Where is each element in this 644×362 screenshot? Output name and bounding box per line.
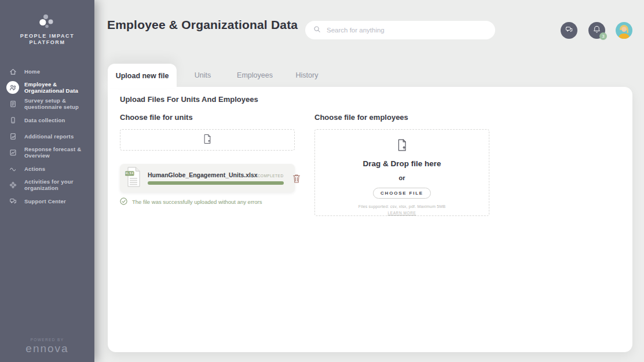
feedback-icon bbox=[565, 25, 573, 36]
activities-icon bbox=[6, 178, 19, 191]
search-input[interactable] bbox=[325, 26, 487, 34]
upload-icon bbox=[203, 134, 212, 147]
sidebar-item-label: Survey setup & questionnaire setup bbox=[24, 97, 94, 110]
sidebar-item-label: Activities for your organization bbox=[24, 178, 94, 191]
employees-dropzone[interactable]: Drag & Drop file here or CHOOSE FILE Fil… bbox=[314, 129, 489, 216]
support-icon bbox=[6, 195, 19, 207]
sidebar-item-label: Support Center bbox=[24, 198, 66, 204]
xlsx-file-icon: XLSX bbox=[125, 166, 142, 190]
choose-file-button[interactable]: CHOOSE FILE bbox=[373, 188, 431, 199]
forecast-icon bbox=[6, 146, 19, 159]
tab-list: Units Employees History bbox=[177, 64, 333, 87]
data-collection-icon bbox=[6, 114, 19, 126]
units-upload-column: Choose file for units XLSX HumanGlobe_En… bbox=[120, 113, 295, 206]
or-label: or bbox=[399, 174, 405, 181]
brand-logo: ennova bbox=[0, 342, 94, 355]
success-text: The file was successfully uploaded witho… bbox=[132, 199, 262, 205]
tab-history[interactable]: History bbox=[281, 71, 333, 79]
tab-upload-new-file[interactable]: Upload new file bbox=[108, 64, 177, 88]
actions-icon bbox=[6, 162, 19, 175]
learn-more-link[interactable]: LEARN MORE bbox=[388, 211, 416, 215]
search-icon bbox=[313, 25, 321, 35]
reports-icon bbox=[6, 130, 19, 142]
platform-logo: PEOPLE IMPACT PLATFORM bbox=[20, 14, 75, 46]
sidebar-item-label: Actions bbox=[24, 166, 45, 172]
sidebar-item-label: Employee & Organizational Data bbox=[24, 81, 94, 94]
page-title: Employee & Organizational Data bbox=[107, 18, 298, 32]
upload-success-message: The file was successfully uploaded witho… bbox=[120, 198, 295, 206]
sidebar-item-activities[interactable]: Activities for your organization bbox=[0, 177, 94, 193]
section-title: Upload Files For Units And Employees bbox=[120, 95, 258, 104]
employee-data-icon bbox=[6, 81, 19, 94]
upload-panel: Upload Files For Units And Employees Cho… bbox=[108, 87, 632, 352]
platform-name-line1: PEOPLE IMPACT bbox=[20, 33, 75, 39]
sidebar-item-support-center[interactable]: Support Center bbox=[0, 193, 94, 209]
units-dropzone[interactable] bbox=[120, 129, 295, 151]
employees-column-title: Choose file for employees bbox=[314, 113, 489, 122]
file-name: HumanGlobe_Engagement_Units.xlsx bbox=[148, 171, 258, 178]
file-status: COMPLETED bbox=[258, 174, 284, 178]
upload-progress-bar bbox=[148, 181, 284, 185]
sidebar-nav: Home Employee & Organizational Data Surv… bbox=[0, 63, 94, 209]
delete-file-button[interactable] bbox=[292, 173, 301, 184]
sidebar-item-data-collection[interactable]: Data collection bbox=[0, 112, 94, 128]
sidebar-item-label: Home bbox=[24, 68, 40, 75]
check-icon bbox=[120, 198, 127, 206]
sidebar-item-survey-setup[interactable]: Survey setup & questionnaire setup bbox=[0, 96, 94, 112]
sidebar-item-employee-data[interactable]: Employee & Organizational Data bbox=[0, 79, 94, 96]
file-info: HumanGlobe_Engagement_Units.xlsx COMPLET… bbox=[148, 171, 284, 185]
logo-icon bbox=[20, 14, 75, 29]
supported-files-note: Files supported: csv, xlsx, pdf. Maximum… bbox=[358, 204, 446, 209]
trash-icon bbox=[292, 173, 301, 184]
user-avatar[interactable] bbox=[616, 22, 632, 39]
sidebar-item-actions[interactable]: Actions bbox=[0, 160, 94, 177]
sidebar-item-additional-reports[interactable]: Additional reports bbox=[0, 128, 94, 144]
search-bar[interactable] bbox=[305, 21, 495, 39]
home-icon bbox=[6, 65, 19, 78]
sidebar-item-label: Response forecast & Overview bbox=[24, 146, 94, 159]
sidebar-item-home[interactable]: Home bbox=[0, 63, 94, 79]
dropzone-title: Drag & Drop file here bbox=[363, 159, 441, 168]
upload-icon bbox=[396, 138, 408, 154]
feedback-button[interactable] bbox=[561, 22, 577, 39]
survey-icon bbox=[6, 97, 19, 110]
notification-badge: 3 bbox=[599, 32, 607, 40]
platform-name-line2: PLATFORM bbox=[20, 39, 75, 46]
sidebar-item-label: Data collection bbox=[24, 117, 65, 123]
sidebar-footer: POWERED BY ennova bbox=[0, 338, 94, 362]
units-column-title: Choose file for units bbox=[120, 113, 295, 122]
employees-upload-column: Choose file for employees Drag & Drop fi… bbox=[314, 113, 489, 216]
notifications-button[interactable]: 3 bbox=[588, 22, 605, 39]
powered-by-label: POWERED BY bbox=[0, 338, 94, 342]
sidebar: PEOPLE IMPACT PLATFORM Home Employee & O… bbox=[0, 0, 94, 362]
sidebar-item-label: Additional reports bbox=[24, 133, 74, 140]
tab-employees[interactable]: Employees bbox=[229, 71, 281, 79]
sidebar-item-response-forecast[interactable]: Response forecast & Overview bbox=[0, 144, 94, 160]
tab-units[interactable]: Units bbox=[177, 71, 229, 79]
uploaded-file-card: XLSX HumanGlobe_Engagement_Units.xlsx CO… bbox=[120, 164, 295, 192]
file-type-badge: XLSX bbox=[125, 171, 134, 175]
